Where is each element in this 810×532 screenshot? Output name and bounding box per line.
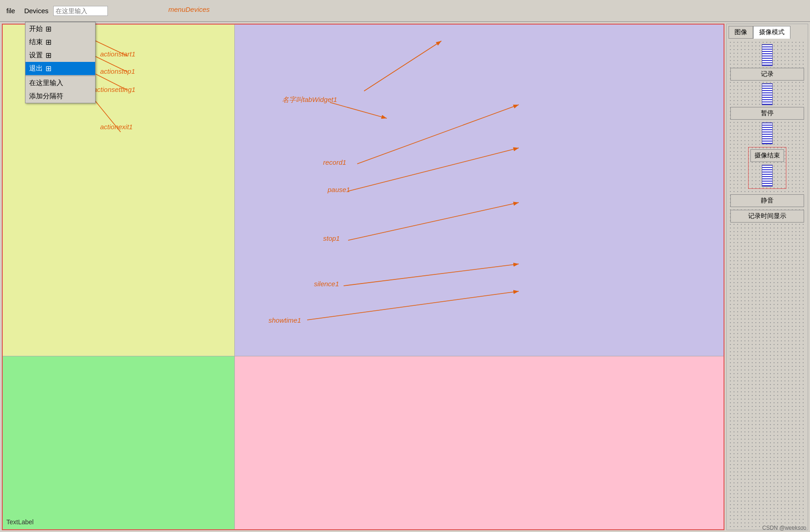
dropdown-item-addsep[interactable]: 添加分隔符 (25, 90, 95, 103)
dropdown-item-input[interactable]: 在这里输入 (25, 76, 95, 90)
green-panel: TextLabel (3, 356, 235, 529)
tab-camera[interactable]: 摄像模式 (753, 26, 790, 39)
pink-panel (235, 356, 724, 529)
blue-stripe-1 (762, 44, 773, 66)
tab-widget-area (3, 25, 724, 356)
main-area: TextLabel 图像 摄像模式 记录 暂停 摄像结束 静音 (0, 22, 810, 532)
text-label: TextLabel (6, 518, 34, 526)
dropdown-item-settings[interactable]: 设置 ⊞ (25, 49, 95, 62)
exit-icon: ⊞ (46, 64, 51, 73)
cam-section: 摄像结束 (748, 147, 786, 189)
file-menu[interactable]: file (2, 5, 20, 16)
blue-stripe-4 (762, 165, 773, 187)
settings-icon: ⊞ (46, 51, 51, 60)
sidebar-tabs: 图像 摄像模式 (729, 26, 806, 39)
start-icon: ⊞ (46, 25, 51, 33)
blue-stripe-3 (762, 122, 773, 144)
settings-label: 设置 (29, 51, 43, 60)
dotted-area: 记录 暂停 摄像结束 静音 记录时间显示 (729, 41, 806, 528)
menu-annotation-label: menuDevices (168, 5, 210, 13)
mute-button[interactable]: 静音 (730, 194, 804, 207)
dropdown-item-start[interactable]: 开始 ⊞ (25, 22, 95, 35)
right-sidebar: 图像 摄像模式 记录 暂停 摄像结束 静音 记录时间显示 (726, 24, 808, 530)
addsep-label: 添加分隔符 (29, 92, 63, 101)
menubar: file Devices menuDevices (0, 0, 810, 22)
devices-menu[interactable]: Devices (20, 5, 53, 16)
pause-button[interactable]: 暂停 (730, 107, 804, 120)
start-label: 开始 (29, 25, 43, 33)
bottom-row: TextLabel (3, 356, 724, 529)
watermark: CSDN @weeksoo (762, 525, 806, 531)
exit-label: 退出 (29, 64, 43, 73)
record-button[interactable]: 记录 (730, 68, 804, 81)
stop-icon: ⊞ (46, 38, 51, 46)
dropdown-menu: 开始 ⊞ 结束 ⊞ 设置 ⊞ 退出 ⊞ 在这里输入 添加分隔符 (25, 22, 96, 103)
stop-label: 结束 (29, 38, 43, 46)
tab-image[interactable]: 图像 (729, 26, 753, 39)
search-input[interactable] (53, 6, 108, 16)
input-label: 在这里输入 (29, 79, 63, 87)
left-panel: TextLabel (2, 24, 724, 530)
dropdown-item-exit[interactable]: 退出 ⊞ (25, 62, 95, 75)
stop-button[interactable]: 摄像结束 (750, 149, 784, 162)
separator1 (25, 76, 95, 76)
showtime-button[interactable]: 记录时间显示 (730, 210, 804, 223)
dropdown-item-stop[interactable]: 结束 ⊞ (25, 35, 95, 49)
purple-panel (235, 25, 724, 356)
blue-stripe-2 (762, 83, 773, 105)
